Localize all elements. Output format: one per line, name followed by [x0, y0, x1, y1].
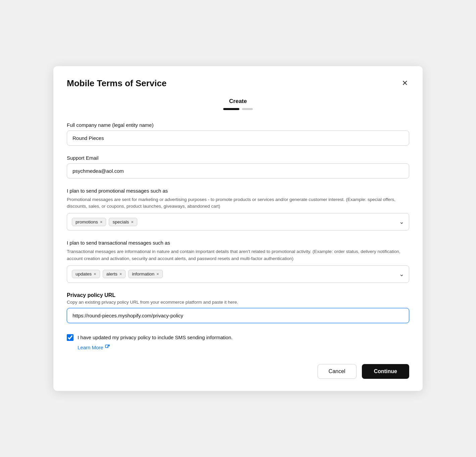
support-email-input[interactable]: [67, 163, 409, 179]
list-item: information ×: [128, 270, 162, 278]
transactional-label: I plan to send transactional messages su…: [67, 240, 409, 246]
privacy-url-input[interactable]: [67, 308, 409, 323]
tag-remove-button[interactable]: ×: [120, 272, 122, 276]
company-name-input[interactable]: [67, 131, 409, 146]
tag-remove-button[interactable]: ×: [94, 272, 96, 276]
cancel-button[interactable]: Cancel: [318, 364, 356, 379]
promotional-description: Promotional messages are sent for market…: [67, 196, 409, 210]
step-2-indicator: [242, 108, 253, 110]
steps-indicators: [223, 108, 253, 110]
list-item: promotions ×: [72, 218, 106, 226]
promotional-tags: promotions × specials ×: [72, 218, 396, 226]
chevron-down-icon: ⌄: [399, 218, 404, 225]
modal-footer: Cancel Continue: [67, 357, 409, 379]
steps-container: Create: [67, 98, 409, 110]
company-name-label: Full company name (legal entity name): [67, 122, 409, 128]
tag-label: alerts: [106, 271, 117, 276]
modal-header: Mobile Terms of Service ✕: [67, 78, 409, 89]
tag-remove-button[interactable]: ×: [131, 220, 134, 224]
close-button[interactable]: ✕: [400, 78, 409, 88]
chevron-down-icon: ⌄: [399, 270, 404, 278]
list-item: alerts ×: [103, 270, 126, 278]
promotional-section: I plan to send promotional messages such…: [67, 188, 409, 231]
checkbox-section: I have updated my privacy policy to incl…: [67, 334, 409, 351]
continue-button[interactable]: Continue: [362, 364, 409, 379]
list-item: updates ×: [72, 270, 100, 278]
tag-label: updates: [76, 271, 92, 276]
privacy-url-label: Privacy policy URL: [67, 292, 409, 298]
transactional-section: I plan to send transactional messages su…: [67, 240, 409, 283]
promotional-select[interactable]: promotions × specials × ⌄: [67, 213, 409, 231]
checkbox-row: I have updated my privacy policy to incl…: [67, 334, 409, 342]
privacy-url-hint: Copy an existing privacy policy URL from…: [67, 300, 409, 305]
tag-label: promotions: [76, 219, 98, 224]
tag-remove-button[interactable]: ×: [100, 220, 103, 224]
svg-rect-0: [105, 345, 108, 348]
list-item: specials ×: [109, 218, 137, 226]
company-name-section: Full company name (legal entity name): [67, 122, 409, 146]
privacy-policy-checkbox[interactable]: [67, 334, 74, 341]
modal-title: Mobile Terms of Service: [67, 78, 166, 89]
tag-label: specials: [112, 219, 129, 224]
tag-remove-button[interactable]: ×: [156, 272, 159, 276]
transactional-tags: updates × alerts × information ×: [72, 270, 396, 278]
checkbox-label: I have updated my privacy policy to incl…: [78, 334, 233, 342]
transactional-description: Transactional messages are informational…: [67, 248, 409, 262]
learn-more-label: Learn More: [78, 345, 103, 350]
learn-more-row: Learn More: [67, 344, 409, 351]
close-icon: ✕: [402, 80, 408, 87]
support-email-section: Support Email: [67, 155, 409, 179]
modal-container: Mobile Terms of Service ✕ Create Full co…: [53, 66, 423, 391]
steps-label: Create: [229, 98, 247, 105]
support-email-label: Support Email: [67, 155, 409, 161]
learn-more-link[interactable]: Learn More: [78, 345, 110, 350]
privacy-url-section: Privacy policy URL Copy an existing priv…: [67, 292, 409, 323]
external-link-icon: [105, 345, 110, 350]
transactional-select[interactable]: updates × alerts × information × ⌄: [67, 265, 409, 283]
tag-label: information: [132, 271, 154, 276]
step-1-indicator: [223, 108, 239, 110]
promotional-label: I plan to send promotional messages such…: [67, 188, 409, 194]
